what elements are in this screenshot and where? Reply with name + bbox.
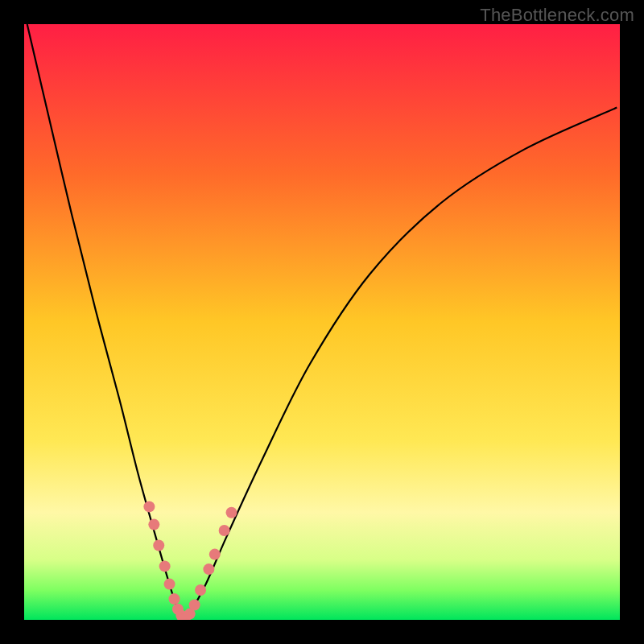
highlight-dot [189, 600, 200, 611]
highlight-dot [168, 593, 180, 605]
highlight-dot [164, 579, 175, 590]
highlight-dot [195, 584, 206, 596]
highlight-dot [159, 560, 171, 572]
highlight-dot [209, 549, 221, 560]
highlight-dot [203, 564, 214, 575]
plot-frame [24, 24, 620, 620]
chart-stage: TheBottleneck.com [0, 0, 644, 644]
curve-layer [24, 24, 620, 620]
watermark-text: TheBottleneck.com [480, 5, 634, 26]
highlight-dot [148, 519, 159, 530]
highlight-dot [219, 525, 230, 536]
highlight-dots [143, 501, 237, 620]
highlight-dot [143, 501, 155, 512]
highlight-dot [226, 507, 237, 518]
bottleneck-curve [27, 24, 617, 619]
plot-area [24, 24, 620, 620]
highlight-dot [153, 540, 164, 551]
